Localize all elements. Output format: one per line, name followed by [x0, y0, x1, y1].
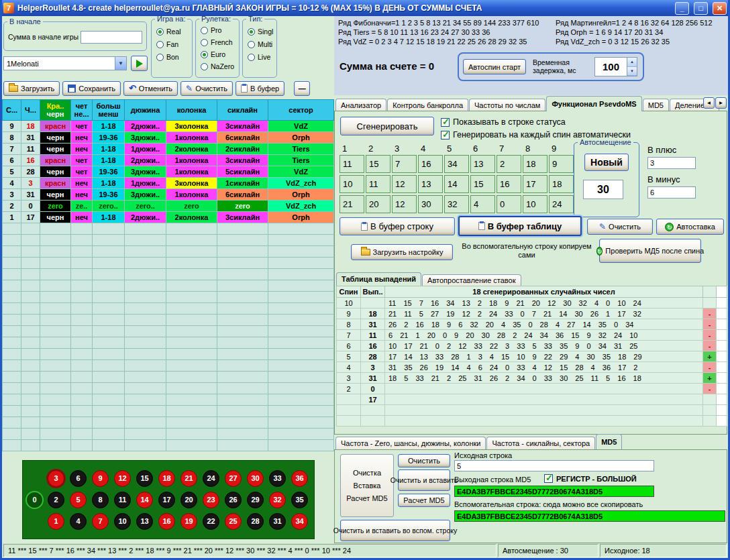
spin-row[interactable]: 7116 21 1 20 0 9 20 30 28 2 24 34 36 15 …: [337, 330, 727, 341]
wheel-number-18[interactable]: 18: [158, 470, 175, 487]
wheel-number-14[interactable]: 14: [136, 492, 153, 508]
wheel-number-17[interactable]: 17: [158, 492, 175, 508]
radio-option-bon[interactable]: Bon: [156, 52, 192, 62]
wheel-number-34[interactable]: 34: [291, 513, 308, 530]
spin-row[interactable]: 33118 5 33 21 2 25 31 26 2 34 0 33 30 25…: [337, 373, 727, 384]
tab-1[interactable]: Частота - сиклайны, сектора: [486, 437, 595, 449]
spin-row[interactable]: 83126 2 16 18 9 6 32 20 4 35 0 28 4 27 1…: [337, 319, 727, 330]
md5-calc-button[interactable]: Расчет MD5: [398, 494, 450, 507]
wheel-number-7[interactable]: 7: [92, 513, 109, 530]
autospin-start-button[interactable]: Автоспин старт: [463, 59, 526, 74]
wheel-number-24[interactable]: 24: [203, 470, 219, 487]
spin-row[interactable]: 20-: [337, 384, 727, 394]
md5-clear-paste-button[interactable]: Очистить и вставить: [398, 469, 450, 491]
spin-row[interactable]: 4331 35 26 19 14 4 6 24 0 33 4 12 15 28 …: [337, 362, 727, 373]
history-row[interactable]: 20zeroze..zero..zero..zerozeroVdZ_zch: [3, 201, 334, 212]
tab-1[interactable]: Автопроставление ставок: [422, 274, 521, 286]
wheel-number-19[interactable]: 19: [180, 513, 197, 530]
tab-0[interactable]: Анализатор: [335, 99, 386, 111]
radio-option-real[interactable]: Real: [156, 26, 192, 37]
tab-0[interactable]: Таблица выпадений: [336, 272, 421, 286]
wheel-number-22[interactable]: 22: [203, 513, 219, 530]
load-settings-button[interactable]: Загрузить настройку: [351, 244, 453, 260]
to-buffer-button[interactable]: В буфер: [236, 81, 284, 96]
wheel-number-12[interactable]: 12: [114, 470, 131, 487]
wheel-zero[interactable]: 0: [25, 491, 44, 509]
wheel-number-6[interactable]: 6: [70, 470, 87, 487]
wheel-number-3[interactable]: 3: [48, 470, 64, 487]
aux-string-field[interactable]: E4DA3B7FBBCE2345D7772B0674A318D5: [454, 510, 725, 522]
preset-select[interactable]: 1Melonati ▼: [3, 56, 127, 70]
spin-row[interactable]: 91821 11 5 27 19 12 2 24 33 0 7 21 14 30…: [337, 309, 727, 319]
tab-scroll-left-button[interactable]: ◄: [703, 97, 715, 109]
radio-option-live[interactable]: Live: [248, 52, 276, 62]
wheel-number-32[interactable]: 32: [269, 492, 286, 508]
wheel-number-26[interactable]: 26: [225, 492, 242, 508]
delay-spinner[interactable]: 100 ▲ ▼: [594, 57, 637, 76]
maximize-button[interactable]: □: [694, 2, 708, 15]
wheel-number-9[interactable]: 9: [92, 470, 109, 487]
wheel-number-31[interactable]: 31: [269, 513, 286, 530]
minus-input[interactable]: [647, 186, 696, 199]
wheel-number-36[interactable]: 36: [291, 470, 308, 487]
spin-down-button[interactable]: ▼: [627, 67, 637, 76]
history-row[interactable]: 711черннеч1-181дюжи..2колонка2сиклайнTie…: [3, 144, 334, 155]
tab-3[interactable]: Функционал PsevdoMS: [546, 96, 641, 111]
spin-up-button[interactable]: ▲: [627, 58, 637, 67]
wheel-number-11[interactable]: 11: [114, 492, 131, 508]
chevron-down-icon[interactable]: ▼: [115, 57, 126, 70]
uppercase-checkbox[interactable]: РЕГИСТР - БОЛЬШОЙ: [544, 474, 637, 483]
radio-option-nazero[interactable]: NaZero: [201, 61, 239, 72]
psevdo-clear-button[interactable]: ✎ Очистить: [587, 219, 653, 235]
wheel-number-33[interactable]: 33: [269, 470, 286, 487]
spin-row[interactable]: 17: [337, 394, 727, 405]
spin-row[interactable]: 61610 17 21 0 2 12 33 22 3 33 5 33 35 9 …: [337, 341, 727, 351]
status-line-checkbox[interactable]: Показывать в строке статуса: [441, 117, 566, 127]
wheel-number-28[interactable]: 28: [247, 513, 264, 530]
undo-button[interactable]: ↶ Отменить: [123, 81, 178, 96]
buffer-table-button[interactable]: В буфер таблицу: [458, 216, 582, 236]
history-row[interactable]: 117черннеч1-182дюжи..2колонка3сиклайнOrp…: [3, 212, 334, 223]
wheel-number-21[interactable]: 21: [180, 470, 197, 487]
tab-4[interactable]: MD5: [643, 99, 669, 111]
tab-scroll-right-button[interactable]: ►: [715, 97, 727, 109]
history-row[interactable]: 918краснчет1-182дюжи..3колонка3сиклайнVd…: [3, 121, 334, 132]
radio-option-euro[interactable]: Euro: [201, 49, 239, 60]
radio-option-fan[interactable]: Fan: [156, 39, 192, 50]
radio-option-pro[interactable]: Pro: [201, 25, 239, 36]
tab-1[interactable]: Контроль банкролла: [387, 99, 468, 111]
close-button[interactable]: ✕: [713, 2, 727, 15]
source-string-input[interactable]: [454, 460, 654, 471]
md5-output-field[interactable]: E4DA3B7FBBCE2345D7772B0674A318D5: [454, 486, 654, 497]
collapse-button[interactable]: —: [294, 81, 310, 96]
tab-0[interactable]: Частота - Zero, шансы, дюжины, колонки: [335, 437, 486, 449]
md5-clear-button[interactable]: Очистить: [398, 454, 450, 467]
play-button[interactable]: [131, 56, 148, 71]
wheel-number-4[interactable]: 4: [70, 513, 87, 530]
tab-2[interactable]: MD5: [596, 434, 622, 449]
radio-option-multi[interactable]: Multi: [248, 39, 276, 50]
wheel-number-13[interactable]: 13: [136, 513, 153, 530]
wheel-number-30[interactable]: 30: [247, 470, 264, 487]
wheel-number-29[interactable]: 29: [247, 492, 264, 508]
generate-button[interactable]: Сгенерировать: [340, 117, 434, 135]
save-button[interactable]: Сохранить: [62, 81, 121, 96]
wheel-number-5[interactable]: 5: [70, 492, 87, 508]
new-button[interactable]: Новый: [584, 154, 629, 171]
history-row[interactable]: 616краснчет1-182дюжи..1колонка3сиклайнTi…: [3, 155, 334, 166]
tab-2[interactable]: Частоты по числам: [469, 99, 545, 111]
md5-clear-paste-aux-button[interactable]: Очистить и вставить во вспом. строку: [340, 520, 450, 541]
wheel-number-1[interactable]: 1: [48, 513, 64, 530]
buffer-row-button[interactable]: В буфер строку: [340, 217, 455, 235]
history-row[interactable]: 528чернчет19-363дюжи..1колонка5сиклайнVd…: [3, 166, 334, 178]
check-md5-button[interactable]: ↻ Проверить МД5 после спина: [599, 239, 701, 263]
radio-option-french[interactable]: French: [201, 37, 239, 48]
wheel-number-8[interactable]: 8: [92, 492, 109, 508]
spin-row[interactable]: 52817 14 13 33 28 1 3 4 15 10 9 22 29 4 …: [337, 351, 727, 362]
start-sum-input[interactable]: [81, 31, 142, 44]
wheel-number-27[interactable]: 27: [225, 470, 242, 487]
wheel-number-20[interactable]: 20: [180, 492, 197, 508]
wheel-number-23[interactable]: 23: [203, 492, 219, 508]
clear-button[interactable]: ✎ Очистить: [180, 81, 233, 96]
plus-input[interactable]: [647, 157, 696, 169]
